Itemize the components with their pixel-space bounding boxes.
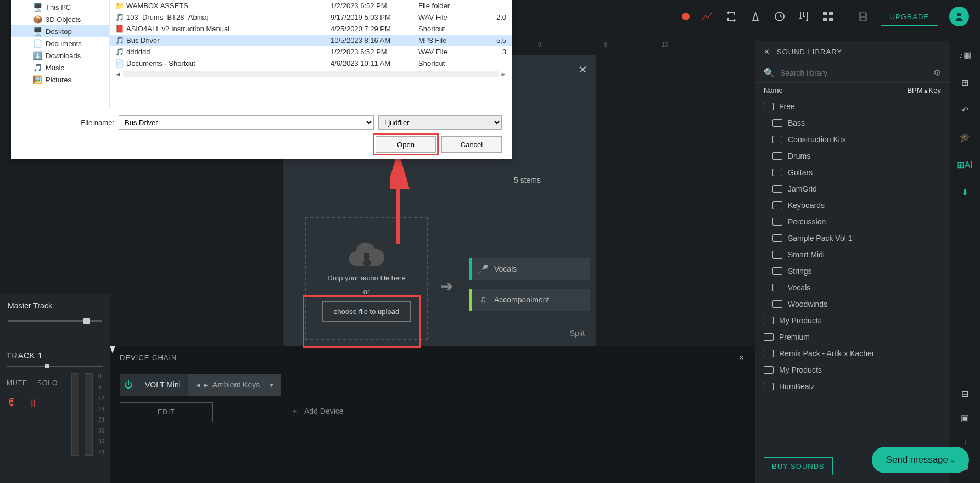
file-type-filter[interactable]: Ljudfiler — [378, 115, 502, 130]
library-folder[interactable]: Smart Midi — [755, 246, 950, 263]
close-icon[interactable]: ✕ — [578, 63, 587, 76]
filter-icon[interactable]: ⚙ — [933, 68, 941, 78]
device-chain: DEVICE CHAIN ✕ ⏻ VOLT Mini ◂ ▸ Ambient K… — [110, 346, 755, 483]
cancel-button[interactable]: Cancel — [441, 136, 502, 153]
library-folder[interactable]: Premium — [755, 329, 950, 345]
upload-cloud-icon: ♫ — [348, 235, 386, 268]
chevron-down-icon[interactable]: ▾ — [270, 380, 273, 389]
file-row[interactable]: 📁WAMBOX ASSETS1/2/2023 6:52 PMFile folde… — [110, 0, 512, 12]
tree-item[interactable]: ⬇️Downloads — [11, 49, 109, 61]
edit-button[interactable]: EDIT — [120, 402, 213, 422]
grid-icon[interactable] — [821, 10, 835, 23]
tree-item[interactable]: 🖥️This PC — [11, 1, 109, 13]
library-folder[interactable]: Construction Kits — [755, 131, 950, 148]
file-row[interactable]: 🎵dddddd1/2/2023 6:52 PMWAV File3 — [110, 46, 512, 58]
presets-tab-icon[interactable]: ⊞ — [959, 76, 971, 88]
column-name[interactable]: Name — [764, 86, 907, 94]
tree-item[interactable]: 📦3D Objects — [11, 13, 109, 25]
record-arm-icon[interactable]: 🎙 — [7, 397, 18, 409]
preset-selector[interactable]: ◂ ▸ Ambient Keys ▾ — [188, 374, 281, 396]
library-folder[interactable]: Strings — [755, 263, 950, 279]
folder-tree[interactable]: 🖥️This PC📦3D Objects🖥️Desktop📄Documents⬇… — [11, 0, 110, 109]
svg-text:♫: ♫ — [365, 253, 373, 264]
file-list[interactable]: 📁WAMBOX ASSETS1/2/2023 6:52 PMFile folde… — [110, 0, 512, 109]
tool-icon-3[interactable]: ⦀ — [959, 436, 971, 448]
folder-icon — [772, 152, 782, 160]
scroll-left-icon[interactable]: ◄ — [113, 71, 123, 77]
tuner-icon[interactable] — [773, 10, 786, 23]
library-folder[interactable]: Woodwinds — [755, 296, 950, 312]
tool-icon-2[interactable]: ▣ — [959, 412, 971, 424]
scroll-right-icon[interactable]: ► — [499, 71, 508, 77]
tree-item[interactable]: 📄Documents — [11, 37, 109, 49]
file-row[interactable]: 🎵103_Drums_BT28_Abmaj9/17/2019 5:03 PMWA… — [110, 12, 512, 23]
horizontal-scrollbar[interactable]: ◄ ► — [110, 69, 512, 79]
split-button[interactable]: Split — [570, 329, 585, 338]
library-folder[interactable]: Drums — [755, 148, 950, 164]
library-folder[interactable]: Free — [755, 98, 950, 115]
right-sidebar: ♪▦ ⊞ ↶ 🎓 ⊞AI ⬇ ⊟ ▣ ⦀ ▦ — [950, 41, 980, 483]
library-folder[interactable]: My Products — [755, 362, 950, 378]
next-preset-icon[interactable]: ▸ — [204, 380, 208, 389]
library-folder[interactable]: Keyboards — [755, 197, 950, 214]
folder-icon — [764, 333, 774, 341]
upgrade-button[interactable]: UPGRADE — [881, 8, 938, 26]
tree-item[interactable]: 🎵Music — [11, 61, 109, 74]
library-folder[interactable]: Guitars — [755, 164, 950, 181]
track-panel: TRACK 1 MUTE SOLO 🎙 ⦀ DEVICE CHAIN ✕ ⏻ V… — [0, 346, 755, 483]
master-volume-slider[interactable] — [8, 320, 102, 322]
chevron-down-icon: ⌄ — [950, 457, 955, 463]
folder-icon — [772, 201, 782, 209]
library-tab-icon[interactable]: ♪▦ — [959, 49, 971, 61]
save-icon[interactable] — [856, 10, 870, 23]
close-icon[interactable]: ✕ — [764, 48, 770, 56]
folder-icon — [764, 383, 774, 390]
library-folder[interactable]: JamGrid — [755, 181, 950, 197]
folder-icon — [764, 366, 774, 374]
avatar[interactable] — [949, 7, 969, 26]
library-folder[interactable]: Bass — [755, 115, 950, 131]
tool-icon-1[interactable]: ⊟ — [959, 387, 971, 400]
close-icon[interactable]: ✕ — [738, 353, 745, 362]
add-device-button[interactable]: ＋ Add Device — [291, 406, 344, 416]
choose-file-button[interactable]: choose file to upload — [322, 301, 411, 322]
stem-item[interactable]: ♫Accompaniment — [469, 289, 590, 311]
library-folder[interactable]: HumBeatz — [755, 378, 950, 395]
mixer-icon[interactable] — [797, 10, 810, 23]
library-folder[interactable]: Vocals — [755, 279, 950, 296]
file-row[interactable]: 🎵Bus Driver10/5/2023 8:16 AMMP3 File5,5 — [110, 35, 512, 46]
mute-button[interactable]: MUTE — [7, 379, 27, 387]
file-name-input[interactable]: Bus Driver — [119, 115, 374, 130]
column-key[interactable]: Key — [929, 86, 941, 94]
loop-icon[interactable] — [725, 10, 738, 23]
column-bpm[interactable]: BPM — [907, 86, 922, 94]
import-tab-icon[interactable]: ⬇ — [959, 186, 971, 198]
solo-button[interactable]: SOLO — [37, 379, 58, 387]
instrument-icon[interactable]: ⦀ — [31, 397, 35, 409]
file-row[interactable]: 📕ASIO4ALL v2 Instruction Manual4/25/2020… — [110, 23, 512, 35]
track-volume-slider[interactable] — [7, 366, 103, 367]
prev-preset-icon[interactable]: ◂ — [196, 380, 200, 389]
folder-icon — [764, 103, 774, 110]
open-button[interactable]: Open — [376, 136, 436, 153]
library-folder[interactable]: Percussion — [755, 214, 950, 230]
stem-item[interactable]: 🎤Vocals — [469, 258, 590, 280]
library-folder[interactable]: My Products — [755, 312, 950, 329]
file-row[interactable]: 📄Documents - Shortcut4/6/2023 10:11 AMSh… — [110, 58, 512, 69]
record-icon[interactable] — [682, 13, 690, 20]
automation-icon[interactable] — [701, 10, 714, 23]
file-open-dialog: 🖥️This PC📦3D Objects🖥️Desktop📄Documents⬇… — [11, 0, 512, 159]
search-input[interactable] — [780, 69, 928, 77]
tree-item[interactable]: 🖥️Desktop — [11, 25, 109, 37]
tree-item[interactable]: 🖼️Pictures — [11, 74, 109, 86]
device-item[interactable]: ⏻ VOLT Mini ◂ ▸ Ambient Keys ▾ — [120, 374, 281, 396]
learn-icon[interactable]: 🎓 — [959, 131, 971, 143]
ai-tab-icon[interactable]: ⊞AI — [959, 159, 971, 171]
undo-icon[interactable]: ↶ — [959, 104, 971, 116]
buy-sounds-button[interactable]: BUY SOUNDS — [764, 457, 833, 475]
library-folder[interactable]: Remix Pack - Artik x Kacher — [755, 345, 950, 362]
power-icon[interactable]: ⏻ — [120, 374, 137, 396]
metronome-icon[interactable] — [749, 10, 762, 23]
send-message-button[interactable]: Send message ⌄ — [872, 447, 969, 473]
library-folder[interactable]: Sample Pack Vol 1 — [755, 230, 950, 246]
